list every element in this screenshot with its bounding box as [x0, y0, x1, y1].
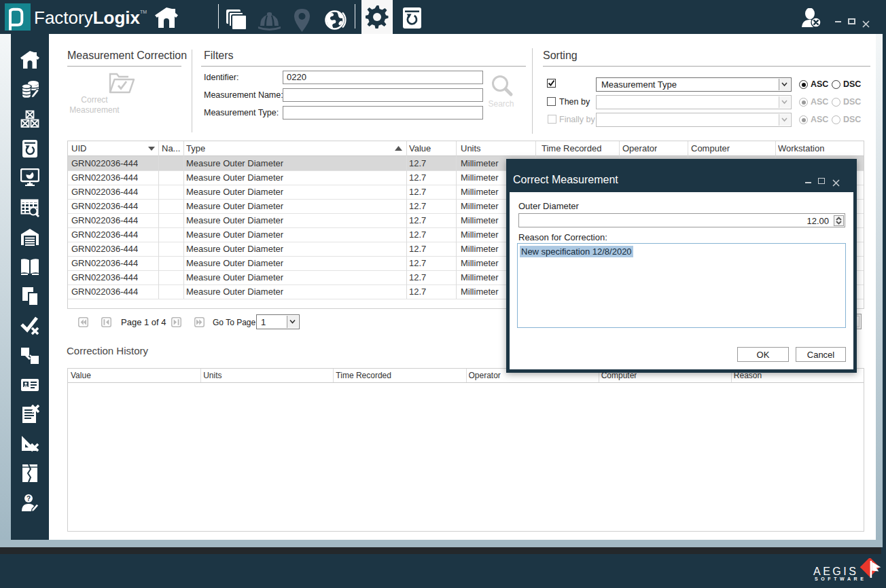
svg-text:?: ?: [26, 495, 31, 502]
